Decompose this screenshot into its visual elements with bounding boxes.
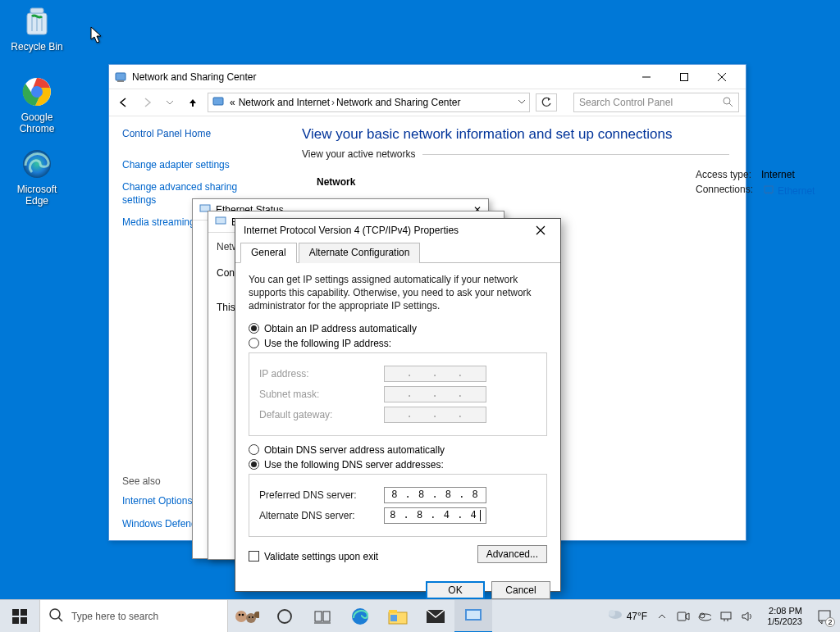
breadcrumb-item[interactable]: Network and Sharing Center [336,97,460,108]
radio-use-ip[interactable]: Use the following IP address: [249,338,547,349]
svg-rect-52 [721,612,731,619]
recent-dropdown[interactable] [162,94,178,111]
forward-button[interactable] [139,94,155,111]
search-placeholder: Type here to search [71,611,158,622]
svg-line-28 [58,617,62,621]
tray-network-icon[interactable] [719,610,733,623]
address-dropdown[interactable] [518,97,526,108]
system-tray: 47°F 2:08 PM 1/5/2023 2 [600,606,840,626]
tab-alternate[interactable]: Alternate Configuration [299,243,421,263]
preferred-dns-input[interactable]: 8 . 8 . 8 . 8 [384,487,486,503]
edge-icon [19,146,55,182]
search-box[interactable] [573,93,739,112]
window-titlebar[interactable]: Network and Sharing Center [109,65,746,89]
maximize-button[interactable] [665,65,703,89]
svg-point-51 [700,613,705,618]
svg-point-13 [724,98,730,104]
clock[interactable]: 2:08 PM 1/5/2023 [762,606,807,626]
app-icon [114,70,127,84]
access-type-label: Access type: [696,169,751,180]
ip-address-label: IP address: [259,368,384,380]
search-icon [722,96,733,110]
breadcrumb-bar[interactable]: « Network and Internet › Network and Sha… [208,93,530,112]
alternate-dns-input[interactable]: 8 . 8 . 4 . 4 [384,507,486,524]
access-type-value: Internet [761,169,795,180]
radio-obtain-ip-auto[interactable]: Obtain an IP address automatically [249,323,547,334]
cortana-button[interactable] [266,600,304,633]
taskbar-app-edge[interactable] [341,600,379,633]
tray-meet-now-icon[interactable] [677,610,690,623]
time-text: 2:08 PM [767,606,802,616]
search-input[interactable] [579,97,722,108]
page-heading: View your basic network information and … [302,126,729,143]
notification-count: 2 [825,617,835,627]
back-button[interactable] [116,94,132,111]
network-icon [215,215,226,229]
tray-chevron-up-icon[interactable] [655,610,669,623]
network-details: Access type:Internet Connections: Ethern… [696,169,815,201]
ok-button[interactable]: OK [426,581,485,599]
ipv4-properties-dialog: Internet Protocol Version 4 (TCP/IPv4) P… [235,218,561,592]
svg-rect-25 [12,617,19,624]
news-interests-button[interactable] [228,600,266,633]
svg-rect-6 [116,73,126,80]
close-button[interactable] [529,219,552,242]
svg-rect-38 [323,612,330,621]
weather-widget[interactable]: 47°F [607,607,647,625]
date-text: 1/5/2023 [767,616,802,627]
svg-rect-24 [21,609,27,616]
connection-link[interactable]: Ethernet [763,184,815,198]
connections-label: Connections: [696,184,753,198]
description-text: You can get IP settings assigned automat… [249,273,547,313]
breadcrumb-item[interactable]: Network and Internet [239,97,330,108]
control-panel-home-link[interactable]: Control Panel Home [122,128,272,141]
ip-fields-group: IP address:... Subnet mask:... Default g… [249,352,547,436]
subnet-input: ... [384,386,486,402]
task-view-button[interactable] [304,600,341,633]
tray-onedrive-icon[interactable] [698,610,711,623]
radio-use-dns[interactable]: Use the following DNS server addresses: [249,459,547,471]
advanced-button[interactable]: Advanced... [477,545,547,563]
tab-bar: General Alternate Configuration [235,242,560,263]
minimize-button[interactable] [628,65,665,89]
dns-fields-group: Preferred DNS server:8 . 8 . 8 . 8 Alter… [249,474,547,537]
dialog-titlebar[interactable]: Internet Protocol Version 4 (TCP/IPv4) P… [235,219,560,242]
chevron-right-icon: › [331,97,335,108]
svg-point-34 [252,616,253,618]
close-button[interactable] [703,65,741,89]
dialog-title: Internet Protocol Version 4 (TCP/IPv4) P… [244,225,529,236]
tab-general[interactable]: General [240,243,297,263]
svg-point-29 [235,611,247,622]
taskbar-search[interactable]: Type here to search [39,600,228,633]
desktop-icon-label: Google Chrome [7,111,67,134]
sidebar-link-adapter[interactable]: Change adapter settings [122,159,272,172]
up-button[interactable] [185,94,201,111]
desktop-icon-google-chrome[interactable]: Google Chrome [7,74,67,134]
notifications-button[interactable]: 2 [815,607,833,625]
active-networks-label: View your active networks [302,148,422,160]
recycle-bin-icon [19,3,55,39]
validate-checkbox[interactable]: Validate settings upon exit [249,551,378,562]
weather-temp: 47°F [627,611,647,622]
cursor-icon [90,26,103,44]
svg-line-14 [729,103,733,107]
tray-volume-icon[interactable] [741,610,754,623]
svg-rect-46 [467,611,480,619]
chrome-icon [19,74,55,110]
svg-rect-23 [12,609,19,616]
start-button[interactable] [0,600,39,633]
desktop-icon-recycle-bin[interactable]: Recycle Bin [7,3,67,52]
taskbar-app-control-panel[interactable] [454,600,492,633]
network-name: Network [317,176,729,188]
taskbar-app-explorer[interactable] [379,600,417,633]
radio-obtain-dns-auto[interactable]: Obtain DNS server address automatically [249,444,547,456]
desktop-icon-microsoft-edge[interactable]: Microsoft Edge [7,146,67,207]
breadcrumb-back[interactable]: « [230,97,235,108]
taskbar-app-mail[interactable] [417,600,454,633]
refresh-button[interactable] [536,93,557,111]
cancel-button[interactable]: Cancel [491,581,550,599]
svg-rect-43 [390,615,397,621]
svg-rect-15 [765,186,773,193]
toolbar: « Network and Internet › Network and Sha… [109,89,746,116]
desktop-icon-label: Microsoft Edge [7,184,67,207]
